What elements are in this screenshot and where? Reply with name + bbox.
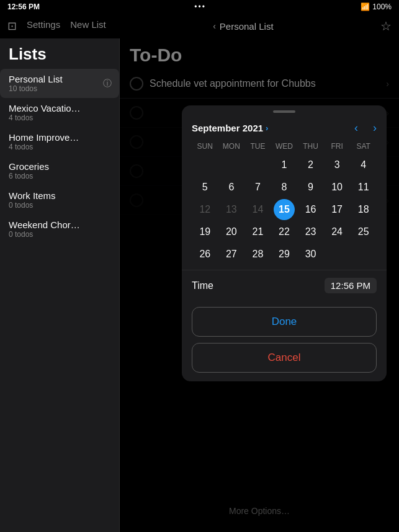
- calendar-day-18[interactable]: 18: [353, 199, 374, 220]
- calendar-day-4[interactable]: 4: [353, 154, 374, 175]
- sidebar-item-name: Groceries: [9, 161, 110, 172]
- calendar-day-30[interactable]: 30: [300, 244, 321, 265]
- status-time: 12:56 PM: [7, 2, 40, 11]
- sidebar-item-weekend[interactable]: Weekend Chor… 0 todos: [0, 215, 119, 244]
- sidebar-item-name: Weekend Chor…: [9, 219, 110, 230]
- nav-left: ⊡ Settings New List: [7, 19, 106, 33]
- back-button[interactable]: Personal List: [220, 21, 274, 32]
- calendar-day-5[interactable]: 5: [194, 177, 215, 198]
- calendar-day-15-today[interactable]: 15: [274, 199, 295, 220]
- sidebar-item-mexico[interactable]: Mexico Vacatio… 4 todos: [0, 98, 119, 127]
- calendar-day-3[interactable]: 3: [326, 154, 347, 175]
- weekday-fri: FRI: [324, 140, 351, 153]
- sidebar: Lists Personal List 10 todos ⓘ Mexico Va…: [0, 38, 120, 532]
- calendar-day-1[interactable]: 1: [274, 154, 295, 175]
- calendar-day-9[interactable]: 9: [300, 177, 321, 198]
- sidebar-item-home[interactable]: Home Improve… 4 todos: [0, 127, 119, 156]
- calendar-day-2[interactable]: 2: [300, 154, 321, 175]
- nav-bar: ⊡ Settings New List ‹ Personal List ☆: [0, 14, 399, 38]
- calendar-day-28[interactable]: 28: [247, 244, 268, 265]
- wifi-icon: 📶: [361, 2, 370, 11]
- calendar-day-empty: [221, 154, 242, 175]
- calendar-weekdays: SUN MON TUE WED THU FRI SAT: [192, 140, 377, 153]
- calendar-day-26[interactable]: 26: [194, 244, 215, 265]
- sidebar-item-groceries[interactable]: Groceries 6 todos: [0, 156, 119, 185]
- calendar-day-17[interactable]: 17: [326, 199, 347, 220]
- calendar-day-29[interactable]: 29: [274, 244, 295, 265]
- calendar-day-22[interactable]: 22: [274, 221, 295, 242]
- calendar-day-25[interactable]: 25: [353, 221, 374, 242]
- calendar-day-19[interactable]: 19: [194, 221, 215, 242]
- calendar-day-14[interactable]: 14: [247, 199, 268, 220]
- modal-buttons: Done Cancel: [182, 301, 387, 381]
- calendar-days: 1 2 3 4 5 6 7 8 9 10 11 12 13 14 15: [192, 154, 377, 265]
- calendar-day-23[interactable]: 23: [300, 221, 321, 242]
- calendar-day-empty: [326, 244, 347, 265]
- calendar-container: September 2021 › ‹ › SUN MON TUE WED THU…: [182, 115, 387, 265]
- status-bar: 12:56 PM ••• 📶 100%: [0, 0, 399, 14]
- calendar-day-empty: [194, 154, 215, 175]
- done-button[interactable]: Done: [192, 307, 377, 337]
- sidebar-item-count: 6 todos: [9, 172, 110, 180]
- weekday-thu: THU: [297, 140, 324, 153]
- prev-month-button[interactable]: ‹: [354, 122, 358, 135]
- star-icon[interactable]: ☆: [380, 19, 392, 33]
- calendar-day-empty: [247, 154, 268, 175]
- weekday-sun: SUN: [192, 140, 218, 153]
- back-chevron-icon: ‹: [213, 21, 216, 31]
- time-row: Time 12:56 PM: [182, 270, 387, 301]
- sidebar-item-count: 0 todos: [9, 201, 110, 210]
- sidebar-item-count: 4 todos: [9, 143, 110, 151]
- calendar-day-7[interactable]: 7: [247, 177, 268, 198]
- nav-center: ‹ Personal List: [106, 21, 380, 32]
- weekday-sat: SAT: [350, 140, 377, 153]
- sidebar-item-work[interactable]: Work Items 0 todos: [0, 185, 119, 215]
- settings-button[interactable]: Settings: [27, 19, 60, 33]
- status-right: 📶 100%: [361, 2, 392, 11]
- nav-right: ☆: [380, 19, 392, 33]
- month-chevron-icon[interactable]: ›: [266, 123, 268, 133]
- main-layout: Lists Personal List 10 todos ⓘ Mexico Va…: [0, 38, 399, 532]
- modal-handle: [273, 110, 295, 113]
- calendar-day-12[interactable]: 12: [194, 199, 215, 220]
- calendar-day-16[interactable]: 16: [300, 199, 321, 220]
- calendar-nav: ‹ ›: [354, 122, 377, 135]
- calendar-header: September 2021 › ‹ ›: [192, 122, 377, 135]
- info-icon[interactable]: ⓘ: [103, 78, 112, 89]
- weekday-mon: MON: [218, 140, 245, 153]
- sidebar-item-count: 0 todos: [9, 230, 110, 239]
- calendar-day-13[interactable]: 13: [221, 199, 242, 220]
- weekday-tue: TUE: [244, 140, 271, 153]
- time-value[interactable]: 12:56 PM: [325, 278, 377, 293]
- sidebar-item-count: 4 todos: [9, 113, 110, 122]
- calendar-day-11[interactable]: 11: [353, 177, 374, 198]
- sidebar-item-personal-list[interactable]: Personal List 10 todos ⓘ: [0, 69, 119, 98]
- month-year-label: September 2021: [192, 123, 263, 133]
- calendar-day-10[interactable]: 10: [326, 177, 347, 198]
- weekday-wed: WED: [271, 140, 298, 153]
- content-area: To-Do Schedule vet appointment for Chubb…: [120, 38, 399, 532]
- new-list-button[interactable]: New List: [70, 19, 106, 33]
- battery-label: 100%: [372, 2, 392, 11]
- cancel-button[interactable]: Cancel: [192, 343, 377, 373]
- sidebar-item-count: 10 todos: [9, 84, 110, 93]
- calendar-day-21[interactable]: 21: [247, 221, 268, 242]
- sidebar-item-name: Personal List: [9, 74, 110, 84]
- sidebar-item-name: Home Improve…: [9, 132, 110, 143]
- date-picker-modal: September 2021 › ‹ › SUN MON TUE WED THU…: [182, 105, 387, 381]
- calendar-day-20[interactable]: 20: [221, 221, 242, 242]
- calendar-day-6[interactable]: 6: [221, 177, 242, 198]
- sidebar-title: Lists: [0, 38, 119, 69]
- calendar-day-8[interactable]: 8: [274, 177, 295, 198]
- status-dots: •••: [194, 2, 206, 11]
- time-label: Time: [192, 280, 213, 291]
- sidebar-item-name: Work Items: [9, 190, 110, 201]
- sidebar-item-name: Mexico Vacatio…: [9, 103, 110, 113]
- calendar-day-27[interactable]: 27: [221, 244, 242, 265]
- calendar-month-title: September 2021 ›: [192, 123, 268, 133]
- calendar-day-24[interactable]: 24: [326, 221, 347, 242]
- calendar-day-empty: [353, 244, 374, 265]
- sidebar-icon[interactable]: ⊡: [7, 19, 17, 33]
- next-month-button[interactable]: ›: [373, 122, 377, 135]
